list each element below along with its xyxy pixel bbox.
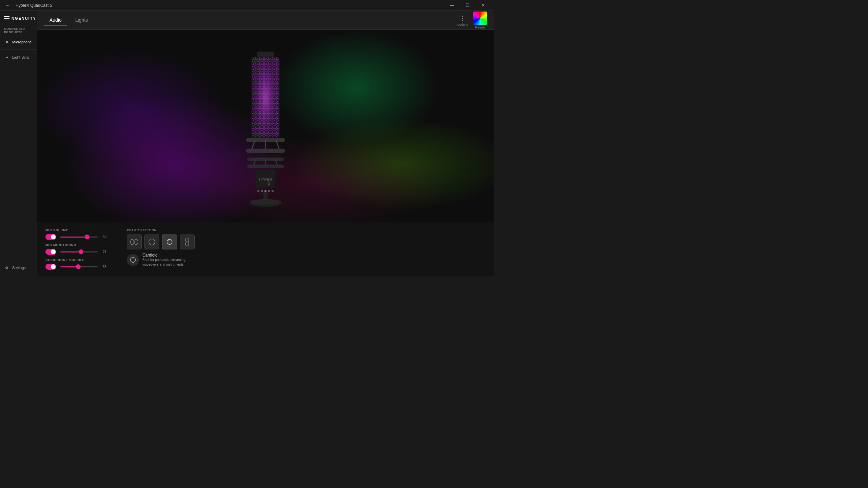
polar-stereo-button[interactable] [127,235,142,249]
sidebar: NGENUITY Connected Products 🎙 Microphone… [0,11,37,277]
polar-cardioid-button[interactable] [162,235,177,249]
app-container: NGENUITY Connected Products 🎙 Microphone… [0,11,494,277]
ngenuity-logo: NGENUITY [12,16,36,20]
light-sync-icon: ✦ [4,55,9,60]
svg-point-27 [272,190,274,192]
sidebar-divider [0,49,37,50]
microphone-image: HYPER X [215,34,316,217]
main-content: Audio Lights Options Presets [37,11,494,277]
svg-rect-14 [246,149,285,153]
mic-volume-control: MIC VOLUME 82 [45,228,106,240]
svg-rect-9 [252,57,279,137]
pattern-description: Best for podcasts, streaming, voiceovers… [142,258,197,267]
polar-pattern-info: Cardioid Best for podcasts, streaming, v… [127,253,197,267]
sidebar-bottom: ⚙ Settings [0,259,37,277]
mic-monitoring-value: 71 [100,250,106,254]
mic-volume-slider-row: 82 [45,234,106,240]
presets-thumbnail[interactable] [473,12,487,25]
header: Audio Lights Options Presets [37,11,494,30]
mic-monitoring-label: MIC MONITORING [45,243,106,247]
sidebar-settings-label: Settings [12,266,26,270]
back-button[interactable]: ← [3,3,13,8]
svg-point-32 [135,239,138,245]
mic-monitoring-track[interactable] [60,251,98,252]
controls-panel: MIC VOLUME 82 MIC MONITORING [37,222,494,277]
presets-label: Presets [475,26,486,29]
polar-omni-button[interactable] [144,235,159,249]
svg-point-1 [462,18,463,19]
headphone-volume-track[interactable] [60,266,98,267]
svg-point-33 [149,239,155,245]
svg-rect-3 [257,52,274,57]
tab-audio[interactable]: Audio [44,15,67,26]
options-button[interactable]: Options [457,14,468,26]
settings-icon: ⚙ [4,265,9,270]
restore-button[interactable]: ❐ [460,0,475,11]
sidebar-microphone-label: Microphone [12,40,32,44]
close-button[interactable]: ✕ [475,0,491,11]
sidebar-logo: NGENUITY [0,14,37,26]
svg-point-25 [264,190,267,192]
svg-point-24 [261,190,263,192]
pattern-name: Cardioid [142,253,197,258]
sidebar-item-microphone[interactable]: 🎙 Microphone [0,36,37,48]
polar-pattern-description: Cardioid Best for podcasts, streaming, v… [142,253,197,267]
titlebar: ← HyperX QuadCast S — ❐ ✕ [0,0,494,11]
mic-volume-label: MIC VOLUME [45,228,106,232]
options-icon [458,14,467,22]
svg-point-0 [462,16,463,17]
svg-point-26 [268,190,270,192]
tab-lights[interactable]: Lights [70,15,93,26]
mic-volume-toggle[interactable] [45,234,56,240]
headphone-volume-thumb[interactable] [76,264,81,269]
headphone-volume-slider-row: 63 [45,264,106,270]
polar-pattern-section: POLAR PATTERN [127,228,197,267]
microphone-icon: 🎙 [4,39,9,45]
cardioid-icon [127,254,139,266]
polar-pattern-label: POLAR PATTERN [127,228,197,232]
mic-volume-thumb[interactable] [85,235,90,239]
connected-products-label: Connected Products [0,26,37,36]
mic-volume-fill [60,237,87,238]
header-right: Options Presets [457,12,487,29]
polar-pattern-buttons [127,235,197,249]
titlebar-left: ← HyperX QuadCast S [3,3,53,8]
presets-button[interactable]: Presets [473,12,487,29]
sidebar-item-light-sync[interactable]: ✦ Light Sync [0,51,37,63]
mic-monitoring-control: MIC MONITORING 71 [45,243,106,255]
mic-monitoring-fill [60,251,81,252]
volume-controls: MIC VOLUME 82 MIC MONITORING [45,228,106,270]
mic-volume-track[interactable] [60,237,98,238]
svg-rect-19 [247,165,284,168]
titlebar-controls: — ❐ ✕ [444,0,491,11]
mic-volume-value: 82 [100,235,106,239]
svg-text:HYPER: HYPER [259,178,272,182]
options-label: Options [457,23,468,26]
sidebar-light-sync-label: Light Sync [12,55,29,59]
polar-bidir-button[interactable] [180,235,195,249]
svg-point-31 [131,239,134,245]
svg-point-34 [185,238,189,242]
mic-monitoring-toggle[interactable] [45,249,56,255]
headphone-volume-value: 63 [100,265,106,269]
titlebar-title: HyperX QuadCast S [16,3,53,8]
mic-monitoring-slider-row: 71 [45,249,106,255]
sidebar-item-settings[interactable]: ⚙ Settings [0,262,37,274]
headphone-volume-label: HEADPHONE VOLUME [45,258,106,262]
headphone-volume-toggle[interactable] [45,264,56,270]
menu-icon[interactable] [4,16,9,20]
microphone-svg: HYPER X [228,41,303,210]
headphone-volume-control: HEADPHONE VOLUME 63 [45,258,106,270]
svg-point-2 [462,20,463,21]
svg-point-35 [185,242,189,246]
svg-point-30 [250,199,281,205]
hero-area: HYPER X [37,30,494,222]
svg-point-23 [257,190,259,192]
mic-monitoring-thumb[interactable] [79,249,83,254]
svg-text:X: X [268,182,271,186]
minimize-button[interactable]: — [444,0,460,11]
